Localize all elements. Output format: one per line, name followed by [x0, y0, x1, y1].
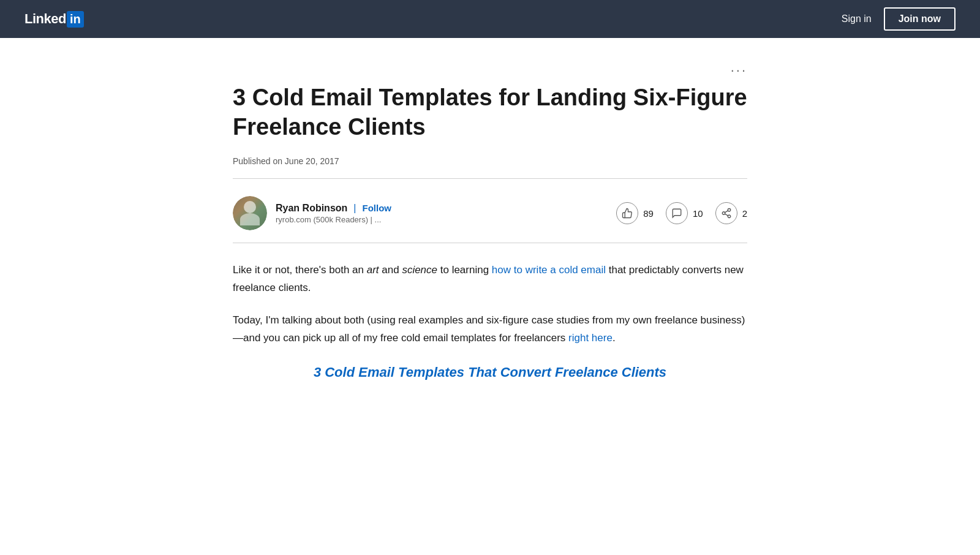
sign-in-button[interactable]: Sign in [842, 13, 872, 25]
more-options-button[interactable]: ··· [731, 62, 747, 78]
center-heading-link[interactable]: 3 Cold Email Templates That Convert Free… [314, 364, 666, 380]
shares-item[interactable]: 2 [715, 202, 747, 224]
logo-in-box: in [67, 11, 84, 28]
article-body: Like it or not, there's both an art and … [233, 262, 747, 382]
likes-count: 89 [643, 208, 654, 219]
separator: | [353, 203, 356, 214]
comments-item[interactable]: 10 [666, 202, 703, 224]
share-icon [721, 208, 732, 219]
author-name: Ryan Robinson [276, 203, 347, 214]
body-p1-prefix: Like it or not, there's both an [233, 264, 367, 276]
body-p1-science: science [402, 264, 437, 276]
body-p1-mid2: to learning [437, 264, 492, 276]
body-p1-art: art [367, 264, 379, 276]
svg-point-2 [728, 215, 731, 218]
cold-email-link[interactable]: how to write a cold email [492, 264, 606, 276]
nav-right: Sign in Join now [842, 7, 956, 31]
likes-icon [616, 202, 638, 224]
avatar [233, 196, 267, 230]
body-p2-suffix: . [612, 332, 616, 344]
svg-line-3 [725, 214, 728, 216]
likes-item[interactable]: 89 [616, 202, 654, 224]
linkedin-logo: Linked in [24, 11, 84, 28]
body-p1-mid: and [379, 264, 402, 276]
shares-count: 2 [742, 208, 747, 219]
comments-icon [666, 202, 688, 224]
svg-point-0 [728, 209, 731, 212]
engagement-row: 89 10 [616, 202, 747, 224]
center-heading: 3 Cold Email Templates That Convert Free… [233, 362, 747, 383]
bottom-divider [233, 243, 747, 243]
more-options-row: ··· [233, 62, 747, 78]
follow-button[interactable]: Follow [363, 203, 392, 213]
navbar: Linked in Sign in Join now [0, 0, 980, 38]
published-date: Published on June 20, 2017 [233, 156, 747, 166]
join-now-button[interactable]: Join now [884, 7, 956, 31]
avatar-image [233, 196, 267, 230]
content-wrapper: ··· 3 Cold Email Templates for Landing S… [196, 38, 784, 407]
article-title: 3 Cold Email Templates for Landing Six-F… [233, 83, 747, 142]
body-p2-prefix: Today, I'm talking about both (using rea… [233, 314, 745, 344]
author-subtitle: ryrob.com (500k Readers) | ... [276, 215, 391, 224]
author-name-row: Ryan Robinson | Follow [276, 203, 391, 214]
author-row: Ryan Robinson | Follow ryrob.com (500k R… [233, 189, 747, 238]
right-here-link[interactable]: right here [568, 332, 612, 344]
svg-line-4 [725, 211, 728, 213]
logo-text: Linked [24, 11, 66, 27]
author-info: Ryan Robinson | Follow ryrob.com (500k R… [233, 196, 391, 230]
shares-icon [715, 202, 737, 224]
thumbs-up-icon [622, 208, 633, 219]
comment-icon [671, 208, 682, 219]
top-divider [233, 178, 747, 179]
body-paragraph-2: Today, I'm talking about both (using rea… [233, 312, 747, 347]
comments-count: 10 [693, 208, 703, 219]
author-details: Ryan Robinson | Follow ryrob.com (500k R… [276, 203, 391, 224]
svg-point-1 [722, 212, 725, 215]
body-paragraph-1: Like it or not, there's both an art and … [233, 262, 747, 297]
